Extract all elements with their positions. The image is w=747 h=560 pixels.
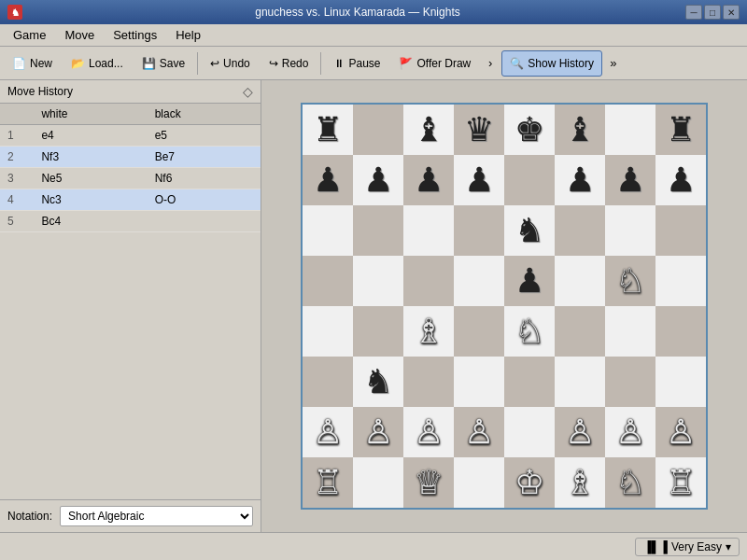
notation-select[interactable]: Short Algebraic bbox=[60, 506, 253, 526]
square-f1[interactable]: ♗ bbox=[555, 457, 605, 508]
square-a7[interactable]: ♟ bbox=[303, 155, 353, 205]
square-a8[interactable]: ♜ bbox=[303, 105, 353, 155]
square-g8[interactable] bbox=[605, 105, 655, 155]
square-b8[interactable] bbox=[353, 105, 403, 155]
square-b5[interactable] bbox=[353, 256, 403, 306]
square-b7[interactable]: ♟ bbox=[353, 155, 403, 205]
square-g6[interactable] bbox=[605, 205, 655, 256]
square-a3[interactable] bbox=[303, 357, 353, 407]
square-a1[interactable]: ♖ bbox=[303, 457, 353, 508]
square-c1[interactable]: ♕ bbox=[403, 457, 454, 508]
square-b6[interactable] bbox=[353, 205, 403, 256]
table-row[interactable]: 2 Nf3 Be7 bbox=[0, 147, 261, 168]
square-e4[interactable]: ♘ bbox=[504, 306, 555, 357]
table-row[interactable]: 4 Nc3 O-O bbox=[0, 189, 261, 211]
square-e6[interactable]: ♞ bbox=[504, 205, 555, 256]
move-black: Be7 bbox=[148, 147, 261, 168]
square-b4[interactable] bbox=[353, 306, 403, 357]
pause-button[interactable]: ⏸ Pause bbox=[325, 50, 388, 77]
square-c3[interactable] bbox=[403, 357, 454, 407]
square-a5[interactable] bbox=[303, 256, 353, 306]
table-row[interactable]: 5 Bc4 bbox=[0, 211, 261, 232]
square-h8[interactable]: ♜ bbox=[655, 105, 706, 155]
square-b2[interactable]: ♙ bbox=[353, 407, 403, 457]
square-d2[interactable]: ♙ bbox=[454, 407, 504, 457]
difficulty-button[interactable]: ▐▌▐ Very Easy ▾ bbox=[635, 538, 740, 556]
square-c6[interactable] bbox=[403, 205, 454, 256]
save-button[interactable]: 💾 Save bbox=[134, 50, 193, 77]
app-icon: ♞ bbox=[7, 5, 22, 20]
square-d6[interactable] bbox=[454, 205, 504, 256]
square-f5[interactable] bbox=[555, 256, 605, 306]
square-d4[interactable] bbox=[454, 306, 504, 357]
square-c7[interactable]: ♟ bbox=[403, 155, 454, 205]
square-f8[interactable]: ♝ bbox=[555, 105, 605, 155]
square-e2[interactable] bbox=[504, 407, 555, 457]
square-e5[interactable]: ♟ bbox=[504, 256, 555, 306]
table-row[interactable]: 1 e4 e5 bbox=[0, 125, 261, 147]
more-arrow[interactable]: › bbox=[481, 50, 500, 77]
move-white: Nc3 bbox=[34, 189, 147, 211]
square-g1[interactable]: ♘ bbox=[605, 457, 655, 508]
square-f7[interactable]: ♟ bbox=[555, 155, 605, 205]
square-f3[interactable] bbox=[555, 357, 605, 407]
toolbar-end-arrow[interactable]: » bbox=[604, 50, 623, 77]
col-num-header bbox=[0, 104, 34, 125]
square-b1[interactable] bbox=[353, 457, 403, 508]
square-g3[interactable] bbox=[605, 357, 655, 407]
square-d1[interactable] bbox=[454, 457, 504, 508]
square-h6[interactable] bbox=[655, 205, 706, 256]
square-g4[interactable] bbox=[605, 306, 655, 357]
square-h3[interactable] bbox=[655, 357, 706, 407]
square-h2[interactable]: ♙ bbox=[655, 407, 706, 457]
redo-button[interactable]: ↪ Redo bbox=[261, 50, 317, 77]
square-c8[interactable]: ♝ bbox=[403, 105, 454, 155]
square-d3[interactable] bbox=[454, 357, 504, 407]
chess-piece: ♛ bbox=[464, 113, 494, 147]
main-area: Move History ◇ white black 1 e4 e5 2 Nf3… bbox=[0, 80, 747, 532]
square-e7[interactable] bbox=[504, 155, 555, 205]
square-a6[interactable] bbox=[303, 205, 353, 256]
table-row[interactable]: 3 Ne5 Nf6 bbox=[0, 168, 261, 189]
menu-item-help[interactable]: Help bbox=[166, 26, 210, 44]
square-b3[interactable]: ♞ bbox=[353, 357, 403, 407]
square-e1[interactable]: ♔ bbox=[504, 457, 555, 508]
save-icon: 💾 bbox=[142, 57, 156, 70]
show-history-button[interactable]: 🔍 Show History bbox=[501, 50, 602, 77]
undo-label: Undo bbox=[223, 57, 250, 70]
square-c2[interactable]: ♙ bbox=[403, 407, 454, 457]
square-f6[interactable] bbox=[555, 205, 605, 256]
square-d8[interactable]: ♛ bbox=[454, 105, 504, 155]
new-button[interactable]: 📄 New bbox=[4, 50, 61, 77]
square-h7[interactable]: ♟ bbox=[655, 155, 706, 205]
square-h5[interactable] bbox=[655, 256, 706, 306]
close-button[interactable]: ✕ bbox=[723, 5, 740, 20]
col-black-header: black bbox=[148, 104, 261, 125]
menu-item-game[interactable]: Game bbox=[4, 26, 55, 44]
square-d7[interactable]: ♟ bbox=[454, 155, 504, 205]
maximize-button[interactable]: □ bbox=[704, 5, 721, 20]
menu-item-move[interactable]: Move bbox=[55, 26, 104, 44]
offer-draw-button[interactable]: 🚩 Offer Draw bbox=[390, 50, 479, 77]
square-a2[interactable]: ♙ bbox=[303, 407, 353, 457]
pin-icon[interactable]: ◇ bbox=[243, 84, 253, 99]
square-c5[interactable] bbox=[403, 256, 454, 306]
square-g5[interactable]: ♘ bbox=[605, 256, 655, 306]
square-e3[interactable] bbox=[504, 357, 555, 407]
square-f2[interactable]: ♙ bbox=[555, 407, 605, 457]
square-e8[interactable]: ♚ bbox=[504, 105, 555, 155]
minimize-button[interactable]: ─ bbox=[685, 5, 702, 20]
chess-piece: ♙ bbox=[666, 415, 696, 449]
move-num: 2 bbox=[0, 147, 34, 168]
square-a4[interactable] bbox=[303, 306, 353, 357]
square-g7[interactable]: ♟ bbox=[605, 155, 655, 205]
square-c4[interactable]: ♗ bbox=[403, 306, 454, 357]
square-g2[interactable]: ♙ bbox=[605, 407, 655, 457]
square-h4[interactable] bbox=[655, 306, 706, 357]
menu-item-settings[interactable]: Settings bbox=[104, 26, 166, 44]
undo-button[interactable]: ↩ Undo bbox=[202, 50, 259, 77]
load-button[interactable]: 📂 Load... bbox=[63, 50, 132, 77]
square-d5[interactable] bbox=[454, 256, 504, 306]
square-h1[interactable]: ♖ bbox=[655, 457, 706, 508]
square-f4[interactable] bbox=[555, 306, 605, 357]
